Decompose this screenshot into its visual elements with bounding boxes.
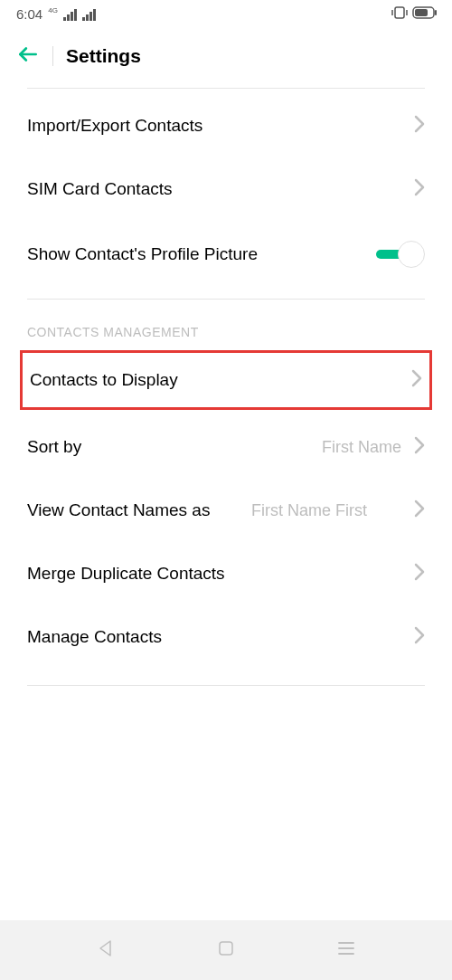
profile-picture-toggle[interactable] — [376, 241, 425, 268]
svg-marker-7 — [100, 941, 110, 956]
chevron-right-icon — [414, 500, 425, 521]
chevron-right-icon — [414, 178, 425, 200]
chevron-right-icon — [414, 436, 425, 458]
view-names-row[interactable]: View Contact Names as First Name First — [0, 479, 452, 542]
row-value: First Name First — [251, 501, 367, 520]
header-divider — [52, 46, 53, 66]
highlight-annotation: Contacts to Display — [20, 350, 432, 410]
svg-rect-5 — [435, 10, 437, 15]
row-label: Sort by — [27, 437, 322, 457]
row-label: Contacts to Display — [30, 370, 411, 390]
contacts-to-display-row[interactable]: Contacts to Display — [23, 353, 429, 407]
divider — [27, 685, 425, 686]
row-label: View Contact Names as — [27, 499, 217, 522]
chevron-right-icon — [414, 563, 425, 585]
page-title: Settings — [66, 45, 141, 67]
nav-home-icon[interactable] — [216, 938, 236, 962]
nav-bar — [0, 920, 452, 980]
row-label: Import/Export Contacts — [27, 116, 414, 136]
chevron-right-icon — [411, 369, 422, 391]
section-header: CONTACTS MANAGEMENT — [0, 300, 452, 347]
chevron-right-icon — [414, 626, 425, 648]
row-label: Manage Contacts — [27, 627, 414, 647]
import-export-row[interactable]: Import/Export Contacts — [0, 94, 452, 157]
nav-back-icon[interactable] — [96, 938, 116, 962]
row-label: SIM Card Contacts — [27, 179, 414, 199]
manage-contacts-row[interactable]: Manage Contacts — [0, 605, 452, 669]
vibrate-icon — [391, 5, 409, 23]
svg-rect-8 — [220, 942, 232, 955]
divider — [27, 88, 425, 89]
row-label: Merge Duplicate Contacts — [27, 564, 414, 584]
status-time: 6:04 — [16, 6, 42, 22]
app-header: Settings — [0, 26, 452, 88]
profile-picture-row: Show Contact's Profile Picture — [0, 221, 452, 288]
sim-card-row[interactable]: SIM Card Contacts — [0, 157, 452, 221]
status-bar: 6:04 4G — [0, 0, 452, 26]
merge-duplicate-row[interactable]: Merge Duplicate Contacts — [0, 542, 452, 605]
battery-icon — [412, 6, 438, 22]
svg-rect-4 — [415, 9, 428, 16]
sort-by-row[interactable]: Sort by First Name — [0, 415, 452, 479]
chevron-right-icon — [414, 115, 425, 137]
nav-recent-icon[interactable] — [336, 938, 356, 962]
row-label: Show Contact's Profile Picture — [27, 244, 376, 264]
row-value: First Name — [322, 438, 401, 457]
back-arrow-icon[interactable] — [16, 43, 40, 70]
svg-rect-0 — [395, 7, 404, 18]
signal-icon-2 — [82, 8, 96, 21]
signal-icon-1 — [63, 8, 77, 21]
network-type: 4G — [48, 6, 58, 14]
